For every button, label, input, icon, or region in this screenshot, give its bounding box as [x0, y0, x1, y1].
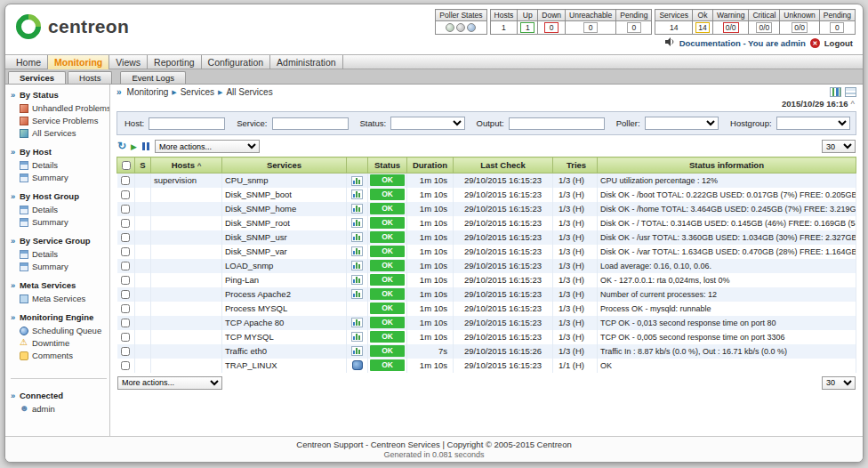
breadcrumb-services[interactable]: Services [181, 87, 214, 97]
row-host-link[interactable] [151, 287, 222, 302]
service-graph-icon[interactable] [351, 218, 363, 228]
row-service-link[interactable]: Disk_SNMP_boot [222, 188, 347, 202]
menu-configuration[interactable]: Configuration [202, 55, 270, 69]
sidebar-item-unhandled-problems[interactable]: Unhandled Problems [11, 102, 107, 115]
service-graph-icon[interactable] [351, 261, 363, 270]
row-checkbox[interactable] [121, 333, 130, 342]
row-checkbox[interactable] [121, 304, 130, 313]
row-host-link[interactable] [151, 273, 222, 287]
row-host-link[interactable] [151, 230, 222, 245]
menu-views[interactable]: Views [109, 55, 148, 69]
services-unknown-header[interactable]: Unknown [780, 10, 819, 21]
row-host-link[interactable] [151, 216, 222, 230]
more-actions-select[interactable]: More actions... [155, 140, 260, 153]
service-graph-icon[interactable] [351, 318, 363, 327]
col-tries[interactable]: Tries [553, 157, 598, 173]
service-graph-icon[interactable] [351, 190, 363, 199]
sidebar-item-scheduling-queue[interactable]: Scheduling Queue [11, 325, 107, 337]
row-host-link[interactable]: supervision [151, 173, 222, 188]
row-service-link[interactable]: Disk_SNMP_var [222, 245, 347, 259]
menu-administration[interactable]: Administration [270, 55, 343, 69]
sidebar-item-downtime[interactable]: Downtime [11, 337, 107, 350]
settings-view-icon[interactable] [845, 87, 856, 97]
row-checkbox[interactable] [121, 290, 130, 299]
row-host-link[interactable] [151, 245, 222, 259]
row-host-link[interactable] [151, 316, 222, 330]
row-host-link[interactable] [151, 359, 222, 373]
services-warning-value[interactable]: 0/0 [723, 22, 739, 33]
sidebar-item-all-services[interactable]: All Services [11, 127, 107, 140]
row-service-link[interactable]: LOAD_snmp [222, 259, 347, 273]
row-service-link[interactable]: Disk_SNMP_usr [222, 230, 347, 245]
poller-filter-select[interactable] [645, 117, 719, 130]
row-checkbox[interactable] [121, 205, 130, 214]
hosts-unreachable-header[interactable]: Unreachable [566, 10, 616, 21]
engine-status-icon[interactable] [456, 23, 465, 32]
row-service-link[interactable]: Traffic eth0 [222, 344, 347, 359]
pollers-icon[interactable] [446, 23, 454, 32]
refresh-icon[interactable]: ↻ [117, 141, 126, 151]
col-status-information[interactable]: Status information [598, 157, 856, 173]
service-graph-icon[interactable] [351, 332, 363, 342]
row-service-link[interactable]: Process MYSQL [222, 302, 347, 316]
sidebar-item-admin[interactable]: admin [11, 403, 107, 416]
hostgroup-filter-select[interactable] [776, 117, 850, 130]
service-graph-icon[interactable] [351, 176, 363, 186]
tab-services[interactable]: Services [8, 71, 66, 84]
row-host-link[interactable] [151, 344, 222, 359]
service-graph-icon[interactable] [351, 232, 363, 242]
services-pending-header[interactable]: Pending [819, 10, 855, 21]
row-checkbox[interactable] [121, 361, 130, 370]
sidebar-item-summary[interactable]: Summary [11, 261, 107, 273]
row-checkbox[interactable] [121, 176, 130, 185]
hosts-up-header[interactable]: Up [518, 10, 538, 21]
speaker-icon[interactable] [665, 37, 675, 48]
sidebar-item-details[interactable]: Details [11, 248, 107, 261]
pause-icon[interactable] [141, 142, 150, 150]
sidebar-item-details[interactable]: Details [11, 159, 107, 172]
service-graph-icon[interactable] [351, 289, 363, 299]
more-actions-select-bottom[interactable]: More actions... [117, 376, 222, 390]
row-checkbox[interactable] [121, 262, 130, 270]
output-filter-input[interactable] [509, 117, 605, 130]
hosts-summary-label[interactable]: Hosts [490, 10, 518, 21]
row-service-link[interactable]: TCP Apache 80 [222, 316, 347, 330]
centreon-logo[interactable]: centreon [16, 14, 129, 39]
scroll-top-icon[interactable]: ^ [851, 99, 855, 109]
breadcrumb-monitoring[interactable]: Monitoring [127, 87, 169, 97]
row-host-link[interactable] [151, 202, 222, 216]
sidebar-item-meta-services[interactable]: Meta Services [11, 293, 107, 305]
service-graph-icon[interactable] [351, 275, 363, 285]
row-host-link[interactable] [151, 302, 222, 316]
sidebar-item-summary[interactable]: Summary [11, 216, 107, 229]
graph-view-icon[interactable] [830, 87, 841, 97]
tab-event-logs[interactable]: Event Logs [120, 71, 186, 84]
col-duration[interactable]: Duration [407, 157, 454, 173]
hosts-pending-value[interactable]: 0 [627, 22, 641, 33]
sidebar-item-service-problems[interactable]: Service Problems [11, 115, 107, 127]
service-graph-icon[interactable] [351, 204, 363, 214]
row-service-link[interactable]: TRAP_LINUX [222, 359, 347, 373]
row-service-link[interactable]: CPU_snmp [222, 173, 347, 188]
host-filter-input[interactable] [149, 117, 225, 130]
passive-service-icon[interactable] [352, 360, 363, 370]
sidebar-item-details[interactable]: Details [11, 204, 107, 216]
service-filter-input[interactable] [272, 117, 349, 130]
hosts-unreachable-value[interactable]: 0 [583, 22, 598, 33]
col-severity[interactable]: S [135, 157, 151, 173]
services-warning-header[interactable]: Warning [713, 10, 749, 21]
menu-home[interactable]: Home [10, 55, 48, 69]
breadcrumb-all-services[interactable]: All Services [226, 87, 272, 97]
page-size-select[interactable]: 30 [822, 140, 856, 153]
col-services[interactable]: Services [222, 157, 347, 173]
row-host-link[interactable] [151, 188, 222, 202]
status-filter-select[interactable] [390, 117, 464, 130]
service-graph-icon[interactable] [351, 246, 363, 256]
services-critical-value[interactable]: 0/0 [756, 22, 772, 33]
hosts-up-value[interactable]: 1 [520, 22, 534, 33]
row-service-link[interactable]: Process Apache2 [222, 287, 347, 302]
logout-link[interactable]: Logout [824, 38, 853, 48]
row-service-link[interactable]: Disk_SNMP_home [222, 202, 347, 216]
page-size-select-bottom[interactable]: 30 [822, 376, 856, 390]
row-service-link[interactable]: TCP MYSQL [222, 330, 347, 344]
